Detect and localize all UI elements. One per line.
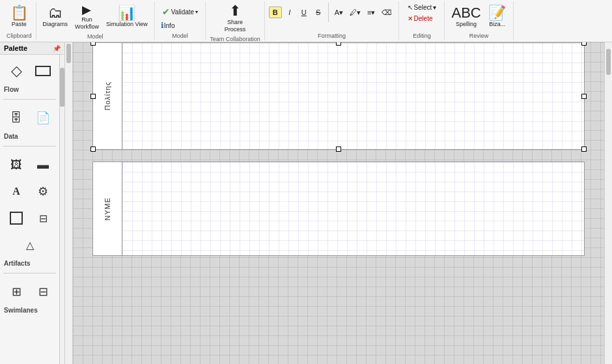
palette-item-swimlane-h[interactable]: ⊞ — [4, 279, 29, 304]
palette-item-data-doc[interactable]: 📄 — [31, 105, 55, 130]
validate-button[interactable]: ✔ Validate ▾ — [159, 5, 201, 18]
palette-item-table[interactable]: ▬ — [31, 152, 55, 177]
validate-dropdown-arrow: ▾ — [195, 9, 198, 15]
palette-item-flow-diamond[interactable]: ◇ — [4, 59, 29, 83]
gear-icon: ⚙ — [38, 184, 48, 199]
bold-button[interactable]: B — [269, 7, 282, 18]
square-icon — [10, 212, 23, 225]
palette-section-swimlanes: ⊞ ⊟ Swimlanes — [0, 275, 59, 318]
font-color-button[interactable]: A▾ — [332, 7, 346, 18]
highlight-button[interactable]: 🖊▾ — [347, 7, 363, 18]
rectangle-icon — [35, 66, 51, 76]
swimlane-bottom-label: ΝΥΜΕ — [104, 197, 111, 221]
canvas-background[interactable]: Πολίτης ΝΥΜΕ — [73, 42, 604, 364]
palette-item-triangle[interactable]: △ — [18, 232, 42, 257]
palette-item-square[interactable] — [4, 206, 29, 231]
swimlane-bottom[interactable]: ΝΥΜΕ — [92, 161, 585, 256]
checkmark-icon: ✔ — [162, 7, 170, 17]
model-label2: Model — [172, 31, 188, 39]
swimlane-bottom-body[interactable] — [122, 162, 584, 255]
flow-section-label: Flow — [1, 86, 19, 93]
toolbar-group-validate: ✔ Validate ▾ ℹ Info Model — [155, 1, 206, 40]
swimlane-top-body[interactable] — [122, 43, 584, 149]
canvas-vscroll-left[interactable] — [65, 42, 73, 364]
handle-bottom-left[interactable] — [90, 147, 96, 152]
validate-label: Validate — [171, 8, 194, 16]
palette-title: Palette — [4, 44, 27, 52]
handle-bottom-center[interactable] — [336, 147, 341, 152]
diagrams-icon: 🗂 — [48, 6, 63, 20]
spelling-button[interactable]: ABC Spelling — [449, 5, 483, 29]
palette-pin-button[interactable]: 📌 — [53, 45, 61, 52]
delete-button[interactable]: ✕ Delete — [404, 14, 436, 23]
info-button[interactable]: ℹ Info — [159, 20, 177, 31]
italic-button[interactable]: I — [283, 7, 296, 18]
underline-button[interactable]: U — [298, 7, 311, 18]
palette-item-image[interactable]: 🖼 — [4, 152, 29, 177]
share-process-label: ShareProcess — [225, 19, 246, 33]
share-process-button[interactable]: ⬆ ShareProcess — [222, 3, 249, 35]
biza-icon: 📝 — [488, 6, 506, 20]
palette-item-hline[interactable]: ⊟ — [31, 206, 55, 231]
run-workflow-button[interactable]: ▶ RunWorkflow — [72, 3, 102, 32]
swimlane-top[interactable]: Πολίτης — [92, 42, 585, 150]
palette-panel: Palette 📌 ◇ Flow — [0, 42, 65, 364]
data-section-label: Data — [1, 133, 18, 140]
align-button[interactable]: ≡▾ — [365, 7, 378, 18]
paste-button[interactable]: 📋 Paste — [7, 5, 31, 29]
font-color-icon: A▾ — [335, 8, 343, 16]
simulation-view-button[interactable]: 📊 Simulation View — [104, 5, 150, 29]
main-layout: Palette 📌 ◇ Flow — [0, 42, 612, 364]
clear-format-icon: ⌫ — [382, 8, 392, 16]
palette-item-swimlane-v[interactable]: ⊟ — [31, 279, 55, 304]
handle-middle-right[interactable] — [581, 94, 587, 99]
share-icon: ⬆ — [229, 4, 241, 18]
handle-bottom-right[interactable] — [581, 147, 587, 152]
handle-top-right[interactable] — [581, 42, 587, 46]
delete-icon: ✕ — [408, 15, 413, 22]
palette-item-data-cylinder[interactable]: 🗄 — [4, 105, 29, 130]
palette-scrollbar[interactable] — [59, 55, 64, 364]
palette-scroll-thumb[interactable] — [60, 68, 64, 107]
diagrams-button[interactable]: 🗂 Diagrams — [40, 5, 71, 29]
toolbar-group-team: ⬆ ShareProcess Team Collaboration — [206, 1, 265, 40]
palette-section-data: 🗄 📄 Data — [0, 102, 59, 144]
canvas-area: Πολίτης ΝΥΜΕ — [65, 42, 612, 364]
handle-top-center[interactable] — [336, 42, 341, 46]
palette-item-flow-rect[interactable] — [31, 59, 55, 83]
spelling-label: Spelling — [456, 21, 477, 28]
palette-section-artifacts: 🖼 ▬ A ⚙ — [0, 148, 59, 271]
strikethrough-button[interactable]: S — [312, 7, 325, 18]
palette-item-text[interactable]: A — [4, 179, 29, 204]
cylinder-icon: 🗄 — [10, 111, 22, 125]
handle-top-left[interactable] — [90, 42, 96, 46]
palette-section-flow: ◇ Flow — [0, 55, 59, 97]
clear-format-button[interactable]: ⌫ — [379, 7, 395, 18]
biza-label: Biza... — [489, 21, 505, 28]
select-button[interactable]: ↖ Select ▾ — [404, 3, 440, 12]
toolbar-group-formatting: B I U S A▾ 🖊▾ ≡▾ ⌫ Formatting — [265, 1, 400, 40]
palette-scroll: ◇ Flow 🗄 — [0, 55, 59, 364]
palette-header: Palette 📌 — [0, 42, 64, 55]
handle-middle-left[interactable] — [90, 94, 96, 99]
hline-icon: ⊟ — [39, 212, 48, 225]
toolbar: 📋 Paste Clipboard 🗂 Diagrams ▶ RunWorkfl… — [0, 0, 612, 42]
palette-item-gear[interactable]: ⚙ — [31, 179, 55, 204]
highlight-icon: 🖊▾ — [350, 8, 361, 16]
formatting-label: Formatting — [318, 31, 346, 39]
swimlane-h-icon: ⊞ — [12, 285, 21, 299]
select-arrow: ▾ — [433, 4, 436, 11]
diamond-icon: ◇ — [11, 63, 22, 79]
swimlane-top-label: Πολίτης — [104, 81, 111, 111]
cursor-icon: ↖ — [408, 4, 413, 11]
run-workflow-label: RunWorkflow — [75, 16, 99, 31]
info-label: Info — [164, 22, 175, 29]
canvas-vscroll-right[interactable] — [604, 42, 612, 364]
artifacts-section-label: Artifacts — [1, 260, 31, 267]
biza-button[interactable]: 📝 Biza... — [486, 5, 509, 29]
swimlane-v-icon: ⊟ — [38, 285, 48, 299]
paste-label: Paste — [12, 21, 27, 28]
simulation-icon: 📊 — [118, 6, 135, 20]
palette-divider-3 — [3, 273, 57, 273]
text-icon: A — [12, 186, 20, 197]
